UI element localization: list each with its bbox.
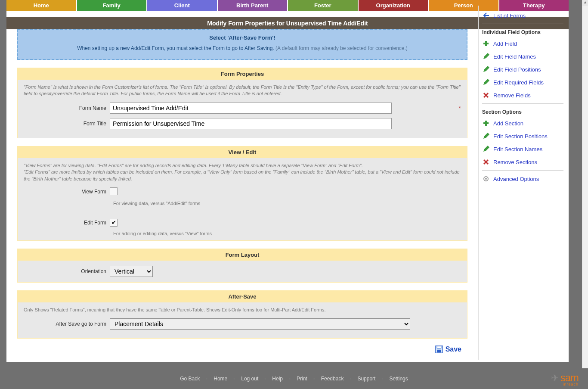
advanced-options-link[interactable]: Advanced Options (482, 172, 563, 185)
add-field-link[interactable]: Add Field (482, 37, 563, 50)
form-name-input[interactable] (110, 103, 392, 114)
view-form-label: View Form (24, 189, 110, 195)
section-header: After-Save (18, 291, 467, 302)
separator: - (313, 376, 315, 382)
section-header: Form Layout (18, 249, 467, 261)
add-section-link[interactable]: Add Section (482, 117, 563, 130)
nav-tab-birth-parent[interactable]: Birth Parent (218, 0, 288, 11)
after-save-select[interactable]: Placement Details (110, 318, 410, 330)
nav-tab-client[interactable]: Client (147, 0, 218, 11)
save-button[interactable]: Save (435, 345, 461, 353)
separator: - (206, 376, 207, 382)
section-header: Form Properties (18, 68, 467, 80)
alert-text: When setting up a new Add/Edit Form, you… (27, 45, 458, 51)
sidebar-group-header: Section Options (482, 106, 563, 117)
footer-link-print[interactable]: Print (297, 376, 307, 382)
separator: - (233, 376, 235, 382)
orientation-label: Orientation (24, 268, 110, 274)
list-of-forms-link[interactable]: List of Forms (482, 9, 563, 22)
pencil-icon (482, 78, 490, 86)
pencil-icon (482, 145, 490, 153)
pencil-icon (482, 65, 490, 73)
orientation-select[interactable]: Vertical (110, 266, 153, 277)
separator: - (289, 376, 291, 382)
section-help: "Form Name" is what is shown in the Form… (24, 84, 461, 97)
separator: - (381, 376, 383, 382)
alert-heading: Select 'After-Save Form'! (27, 34, 458, 41)
form-title-input[interactable] (110, 118, 392, 129)
delete-icon (482, 91, 490, 99)
section-after-save: After-Save Only Shows "Related Forms", m… (17, 290, 467, 339)
edit-form-checkbox[interactable]: ✔ (110, 219, 118, 227)
sidebar-group-header: Individual Field Options (482, 26, 563, 37)
nav-tab-family[interactable]: Family (77, 0, 148, 11)
delete-icon (482, 158, 490, 166)
view-form-hint: For viewing data, versus "Add/Edit" form… (113, 201, 461, 206)
form-name-label: Form Name (24, 105, 110, 111)
section-form-properties: Form Properties "Form Name" is what is s… (17, 68, 467, 138)
alert-banner: Select 'After-Save Form'! When setting u… (17, 29, 467, 60)
logo: ✈ sam inreach (551, 372, 579, 386)
required-icon: * (459, 105, 461, 112)
scrollbar[interactable]: ▲ ▼ (582, 0, 588, 389)
edit-section-positions-link[interactable]: Edit Section Positions (482, 130, 563, 143)
nav-tab-home[interactable]: Home (6, 0, 77, 11)
section-help: Only Shows "Related Forms", meaning that… (24, 307, 461, 313)
gear-icon (482, 175, 490, 183)
pencil-icon (482, 132, 490, 140)
save-icon (435, 345, 443, 353)
footer-link-home[interactable]: Home (214, 376, 227, 382)
footer-link-go-back[interactable]: Go Back (180, 376, 200, 382)
remove-sections-link[interactable]: Remove Sections (482, 156, 563, 168)
plus-icon (482, 40, 490, 47)
remove-fields-link[interactable]: Remove Fields (482, 89, 563, 102)
svg-rect-1 (437, 346, 441, 349)
section-view-edit: View / Edit "View Forms" are for viewing… (17, 146, 467, 241)
form-title-label: Form Title (24, 121, 110, 127)
back-arrow-icon (482, 12, 490, 19)
edit-form-label: Edit Form (24, 220, 110, 226)
pencil-icon (482, 53, 490, 60)
section-form-layout: Form Layout Orientation Vertical (17, 249, 467, 283)
footer-link-support[interactable]: Support (357, 376, 375, 382)
edit-section-names-link[interactable]: Edit Section Names (482, 143, 563, 156)
separator: - (350, 376, 351, 382)
footer-link-help[interactable]: Help (272, 376, 283, 382)
sidebar: List of Forms Individual Field Options A… (478, 6, 569, 360)
edit-required-fields-link[interactable]: Edit Required Fields (482, 76, 563, 89)
edit-form-hint: For adding or editing data, versus "View… (113, 231, 461, 236)
svg-point-4 (485, 178, 487, 180)
svg-rect-2 (437, 350, 441, 353)
edit-field-positions-link[interactable]: Edit Field Positions (482, 63, 563, 76)
edit-field-names-link[interactable]: Edit Field Names (482, 50, 563, 63)
footer: Go Back-Home-Log out-Help-Print-Feedback… (0, 368, 588, 389)
footer-link-settings[interactable]: Settings (389, 376, 408, 382)
section-header: View / Edit (18, 146, 467, 158)
section-help: "View Forms" are for viewing data. "Edit… (24, 162, 461, 182)
footer-link-feedback[interactable]: Feedback (321, 376, 344, 382)
nav-tab-foster[interactable]: Foster (288, 0, 359, 11)
nav-tab-organization[interactable]: Organization (359, 0, 429, 11)
scroll-up-icon[interactable]: ▲ (582, 0, 588, 6)
plus-icon (482, 119, 490, 127)
after-save-label: After Save go to Form (24, 321, 110, 327)
view-form-checkbox[interactable] (110, 187, 118, 195)
separator: - (264, 376, 266, 382)
footer-link-log-out[interactable]: Log out (241, 376, 258, 382)
